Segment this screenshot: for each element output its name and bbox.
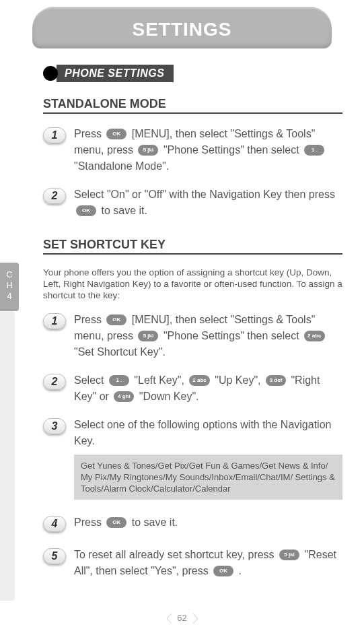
shortcut-step-2: 2 Select 1 . "Left Key", 2 abc "Up Key",… [43, 372, 342, 405]
standalone-step-1: 1 Press OK [MENU], then select "Settings… [43, 126, 342, 174]
step-text: To reset all already set shortcut key, p… [74, 547, 342, 579]
text-fragment: . [235, 565, 242, 576]
key-5-icon: 5 jkl [138, 145, 158, 156]
text-fragment: "Standalone Mode". [74, 160, 169, 172]
step-number: 5 [43, 548, 66, 564]
content-area: STANDALONE MODE 1 Press OK [MENU], then … [43, 97, 342, 579]
page-number: 62 [167, 613, 196, 623]
step-text: Press OK [MENU], then select "Settings &… [74, 126, 342, 174]
ok-key-icon: OK [106, 129, 126, 139]
text-fragment: Press [74, 517, 104, 528]
text-fragment: "Phone Settings" then select [160, 330, 302, 341]
text-fragment: "Phone Settings" then select [160, 144, 302, 156]
step-text: Press OK to save it. [74, 514, 178, 531]
key-1-icon: 1 . [304, 145, 324, 156]
standalone-step-2: 2 Select "On" or "Off" with the Navigati… [43, 187, 342, 219]
shortcut-key-title: SET SHORTCUT KEY [43, 238, 342, 255]
ok-key-icon: OK [106, 517, 126, 528]
ok-key-icon: OK [213, 566, 233, 576]
chapter-tab-num: 4 [0, 291, 19, 302]
step-number: 1 [43, 313, 66, 329]
text-fragment: to save it. [98, 205, 147, 216]
step-number: 2 [43, 188, 66, 204]
side-shadow [0, 311, 15, 601]
key-1-icon: 1 . [109, 375, 129, 386]
page-title: SETTINGS [132, 19, 231, 40]
step-number: 1 [43, 127, 66, 143]
text-fragment: Select one of the following options with… [74, 419, 331, 446]
text-fragment: "Down Key". [136, 391, 198, 402]
step-text: Select "On" or "Off" with the Navigation… [74, 187, 342, 219]
text-fragment: Select [74, 374, 107, 386]
text-fragment: Press [74, 128, 104, 139]
text-fragment: Press [74, 314, 104, 325]
header-bullet-icon [43, 66, 58, 81]
shortcut-step-4: 4 Press OK to save it. [43, 514, 342, 532]
text-fragment: "Set Shortcut Key". [74, 346, 166, 358]
text-fragment: To reset all already set shortcut key, p… [74, 549, 277, 560]
shortcut-step-5: 5 To reset all already set shortcut key,… [43, 547, 342, 579]
chapter-tab: C H 4 [0, 263, 19, 311]
key-5-icon: 5 jkl [279, 550, 299, 560]
step-text: Press OK [MENU], then select "Settings &… [74, 312, 342, 360]
ok-key-icon: OK [76, 205, 96, 216]
text-fragment: "Left Key", [131, 374, 187, 386]
section-header: PHONE SETTINGS [43, 65, 364, 82]
key-2-icon: 2 abc [189, 375, 209, 386]
step-text: Select 1 . "Left Key", 2 abc "Up Key", 3… [74, 372, 342, 405]
step-number: 3 [43, 418, 66, 434]
key-5-icon: 5 jkl [138, 331, 158, 341]
shortcut-step-1: 1 Press OK [MENU], then select "Settings… [43, 312, 342, 360]
key-2-icon: 2 abc [304, 331, 324, 341]
shortcut-step-3: 3 Select one of the following options wi… [43, 417, 342, 500]
chapter-tab-h: H [0, 280, 19, 291]
key-3-icon: 3 def [266, 375, 286, 386]
options-box: Get Yunes & Tones/Get Pix/Get Fun & Game… [74, 455, 342, 500]
text-fragment: to save it. [129, 517, 178, 528]
section-header-label: PHONE SETTINGS [57, 65, 174, 82]
text-fragment: "Up Key", [212, 374, 264, 386]
ok-key-icon: OK [106, 314, 126, 325]
step-text: Select one of the following options with… [74, 417, 342, 500]
text-fragment: Select "On" or "Off" with the Navigation… [74, 189, 335, 200]
step-number: 2 [43, 374, 66, 390]
step-number: 4 [43, 516, 66, 532]
shortcut-intro: Your phone offers you the option of assi… [43, 267, 342, 301]
key-4-icon: 4 ghi [114, 391, 134, 402]
title-banner: SETTINGS [32, 7, 332, 48]
chapter-tab-c: C [0, 269, 19, 280]
standalone-mode-title: STANDALONE MODE [43, 97, 342, 114]
